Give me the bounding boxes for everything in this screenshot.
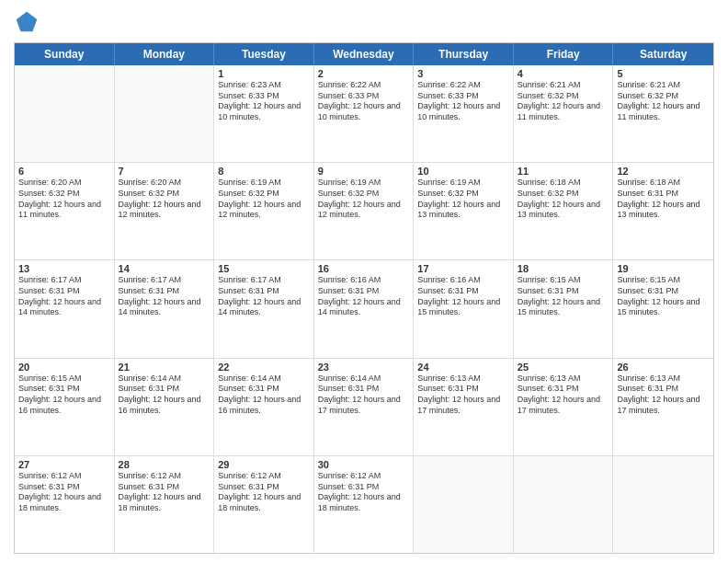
calendar-cell: 5Sunrise: 6:21 AMSunset: 6:32 PMDaylight… xyxy=(613,65,713,162)
day-number: 29 xyxy=(218,459,310,470)
logo xyxy=(14,9,43,35)
day-info: Sunrise: 6:14 AMSunset: 6:31 PMDaylight:… xyxy=(119,373,210,417)
day-info: Sunrise: 6:13 AMSunset: 6:31 PMDaylight:… xyxy=(417,373,509,417)
calendar-cell: 28Sunrise: 6:12 AMSunset: 6:31 PMDayligh… xyxy=(115,456,215,553)
calendar-cell: 7Sunrise: 6:20 AMSunset: 6:32 PMDaylight… xyxy=(115,163,215,259)
day-info: Sunrise: 6:12 AMSunset: 6:31 PMDaylight:… xyxy=(218,471,310,514)
calendar-cell xyxy=(15,65,115,162)
calendar-row-1: 6Sunrise: 6:20 AMSunset: 6:32 PMDaylight… xyxy=(15,163,713,260)
day-number: 5 xyxy=(617,68,710,79)
weekday-header-tuesday: Tuesday xyxy=(214,43,314,65)
day-number: 12 xyxy=(617,166,710,177)
day-info: Sunrise: 6:19 AMSunset: 6:32 PMDaylight:… xyxy=(417,178,509,221)
calendar-cell: 2Sunrise: 6:22 AMSunset: 6:33 PMDaylight… xyxy=(314,65,415,162)
day-number: 22 xyxy=(218,362,310,373)
day-number: 3 xyxy=(417,68,509,79)
day-number: 24 xyxy=(417,362,509,373)
day-info: Sunrise: 6:22 AMSunset: 6:33 PMDaylight:… xyxy=(318,80,410,123)
day-info: Sunrise: 6:15 AMSunset: 6:31 PMDaylight:… xyxy=(18,373,110,417)
calendar-cell: 12Sunrise: 6:18 AMSunset: 6:31 PMDayligh… xyxy=(613,163,713,259)
day-info: Sunrise: 6:22 AMSunset: 6:33 PMDaylight:… xyxy=(417,80,509,123)
day-number: 6 xyxy=(18,166,110,177)
day-info: Sunrise: 6:14 AMSunset: 6:31 PMDaylight:… xyxy=(218,373,310,417)
calendar-cell: 13Sunrise: 6:17 AMSunset: 6:31 PMDayligh… xyxy=(15,260,115,357)
calendar-row-3: 20Sunrise: 6:15 AMSunset: 6:31 PMDayligh… xyxy=(15,359,713,456)
calendar-cell: 23Sunrise: 6:14 AMSunset: 6:31 PMDayligh… xyxy=(314,359,415,455)
logo-icon xyxy=(14,9,40,35)
day-number: 19 xyxy=(617,263,710,274)
day-info: Sunrise: 6:12 AMSunset: 6:31 PMDaylight:… xyxy=(18,471,110,514)
day-info: Sunrise: 6:16 AMSunset: 6:31 PMDaylight:… xyxy=(318,275,410,318)
day-info: Sunrise: 6:12 AMSunset: 6:31 PMDaylight:… xyxy=(119,471,210,514)
day-number: 8 xyxy=(218,166,310,177)
day-info: Sunrise: 6:20 AMSunset: 6:32 PMDaylight:… xyxy=(18,178,110,221)
weekday-header-friday: Friday xyxy=(514,43,614,65)
calendar-cell: 19Sunrise: 6:15 AMSunset: 6:31 PMDayligh… xyxy=(613,260,713,357)
day-info: Sunrise: 6:19 AMSunset: 6:32 PMDaylight:… xyxy=(218,178,310,221)
calendar-cell: 17Sunrise: 6:16 AMSunset: 6:31 PMDayligh… xyxy=(414,260,514,357)
day-number: 1 xyxy=(218,68,310,79)
day-info: Sunrise: 6:17 AMSunset: 6:31 PMDaylight:… xyxy=(18,275,110,318)
day-info: Sunrise: 6:13 AMSunset: 6:31 PMDaylight:… xyxy=(617,373,710,417)
calendar-cell: 21Sunrise: 6:14 AMSunset: 6:31 PMDayligh… xyxy=(115,359,215,455)
weekday-header-wednesday: Wednesday xyxy=(314,43,415,65)
day-info: Sunrise: 6:21 AMSunset: 6:32 PMDaylight:… xyxy=(518,80,609,123)
calendar-cell: 25Sunrise: 6:13 AMSunset: 6:31 PMDayligh… xyxy=(514,359,614,455)
day-info: Sunrise: 6:20 AMSunset: 6:32 PMDaylight:… xyxy=(119,178,210,221)
calendar-cell: 15Sunrise: 6:17 AMSunset: 6:31 PMDayligh… xyxy=(214,260,314,357)
calendar-cell: 9Sunrise: 6:19 AMSunset: 6:32 PMDaylight… xyxy=(314,163,415,259)
calendar-cell: 14Sunrise: 6:17 AMSunset: 6:31 PMDayligh… xyxy=(115,260,215,357)
calendar-cell xyxy=(115,65,215,162)
day-number: 27 xyxy=(18,459,110,470)
day-info: Sunrise: 6:19 AMSunset: 6:32 PMDaylight:… xyxy=(318,178,410,221)
day-number: 7 xyxy=(119,166,210,177)
page: SundayMondayTuesdayWednesdayThursdayFrid… xyxy=(0,0,728,563)
calendar-cell: 16Sunrise: 6:16 AMSunset: 6:31 PMDayligh… xyxy=(314,260,415,357)
calendar-cell: 6Sunrise: 6:20 AMSunset: 6:32 PMDaylight… xyxy=(15,163,115,259)
calendar-header: SundayMondayTuesdayWednesdayThursdayFrid… xyxy=(15,43,713,65)
day-number: 23 xyxy=(318,362,410,373)
day-number: 16 xyxy=(318,263,410,274)
day-number: 17 xyxy=(417,263,509,274)
day-number: 11 xyxy=(518,166,609,177)
day-number: 20 xyxy=(18,362,110,373)
calendar-cell xyxy=(613,456,713,553)
calendar-cell: 1Sunrise: 6:23 AMSunset: 6:33 PMDaylight… xyxy=(214,65,314,162)
day-number: 30 xyxy=(318,459,410,470)
calendar: SundayMondayTuesdayWednesdayThursdayFrid… xyxy=(14,42,714,554)
calendar-cell: 18Sunrise: 6:15 AMSunset: 6:31 PMDayligh… xyxy=(514,260,614,357)
calendar-row-2: 13Sunrise: 6:17 AMSunset: 6:31 PMDayligh… xyxy=(15,260,713,358)
calendar-cell xyxy=(414,456,514,553)
weekday-header-monday: Monday xyxy=(115,43,215,65)
day-info: Sunrise: 6:14 AMSunset: 6:31 PMDaylight:… xyxy=(318,373,410,417)
calendar-cell: 22Sunrise: 6:14 AMSunset: 6:31 PMDayligh… xyxy=(214,359,314,455)
calendar-cell: 4Sunrise: 6:21 AMSunset: 6:32 PMDaylight… xyxy=(514,65,614,162)
day-number: 21 xyxy=(119,362,210,373)
day-number: 25 xyxy=(518,362,609,373)
weekday-header-sunday: Sunday xyxy=(15,43,115,65)
day-number: 10 xyxy=(417,166,509,177)
day-info: Sunrise: 6:15 AMSunset: 6:31 PMDaylight:… xyxy=(617,275,710,318)
day-info: Sunrise: 6:23 AMSunset: 6:33 PMDaylight:… xyxy=(218,80,310,123)
calendar-cell: 8Sunrise: 6:19 AMSunset: 6:32 PMDaylight… xyxy=(214,163,314,259)
day-info: Sunrise: 6:17 AMSunset: 6:31 PMDaylight:… xyxy=(218,275,310,318)
calendar-cell: 11Sunrise: 6:18 AMSunset: 6:32 PMDayligh… xyxy=(514,163,614,259)
calendar-body: 1Sunrise: 6:23 AMSunset: 6:33 PMDaylight… xyxy=(15,65,713,553)
day-info: Sunrise: 6:17 AMSunset: 6:31 PMDaylight:… xyxy=(119,275,210,318)
calendar-cell: 20Sunrise: 6:15 AMSunset: 6:31 PMDayligh… xyxy=(15,359,115,455)
day-info: Sunrise: 6:15 AMSunset: 6:31 PMDaylight:… xyxy=(518,275,609,318)
day-number: 14 xyxy=(119,263,210,274)
day-number: 15 xyxy=(218,263,310,274)
day-info: Sunrise: 6:21 AMSunset: 6:32 PMDaylight:… xyxy=(617,80,710,123)
calendar-cell: 24Sunrise: 6:13 AMSunset: 6:31 PMDayligh… xyxy=(414,359,514,455)
calendar-cell: 10Sunrise: 6:19 AMSunset: 6:32 PMDayligh… xyxy=(414,163,514,259)
calendar-cell xyxy=(514,456,614,553)
day-number: 28 xyxy=(119,459,210,470)
weekday-header-thursday: Thursday xyxy=(414,43,514,65)
day-info: Sunrise: 6:18 AMSunset: 6:31 PMDaylight:… xyxy=(617,178,710,221)
calendar-row-4: 27Sunrise: 6:12 AMSunset: 6:31 PMDayligh… xyxy=(15,456,713,553)
day-info: Sunrise: 6:18 AMSunset: 6:32 PMDaylight:… xyxy=(518,178,609,221)
day-number: 26 xyxy=(617,362,710,373)
calendar-cell: 27Sunrise: 6:12 AMSunset: 6:31 PMDayligh… xyxy=(15,456,115,553)
weekday-header-saturday: Saturday xyxy=(613,43,713,65)
